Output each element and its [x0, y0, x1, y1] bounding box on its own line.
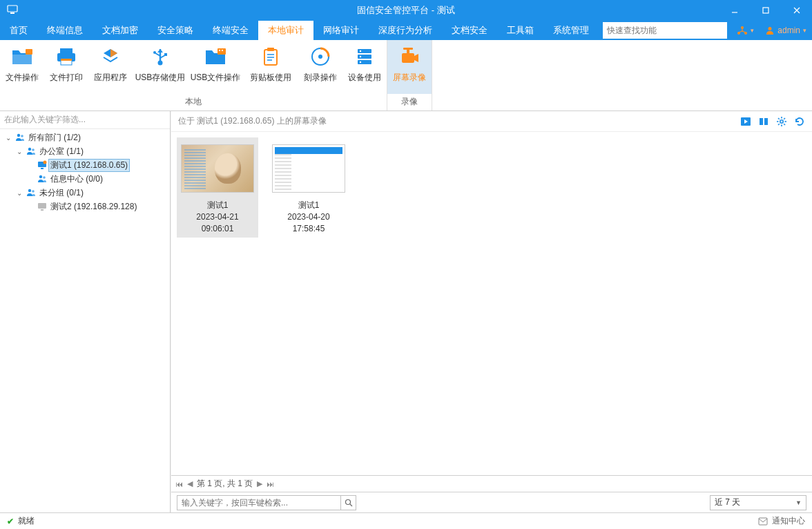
ribbon-item-label: USB文件操作 [191, 72, 241, 84]
search-icon[interactable] [340, 496, 356, 510]
pager-last[interactable]: ⏭ [267, 480, 274, 488]
window-title: 固信安全管控平台 - 测试 [357, 4, 455, 17]
menu-item-0[interactable]: 首页 [0, 21, 37, 40]
svg-rect-1 [10, 12, 14, 14]
svg-rect-22 [222, 50, 223, 51]
ribbon-usb[interactable]: USB存储使用 [133, 40, 188, 94]
recording-thumbnail-0[interactable]: 测试12023-04-2109:06:01 [177, 137, 258, 238]
tree-node-3[interactable]: 信息中心 (0/0) [0, 172, 170, 186]
svg-point-16 [158, 61, 163, 66]
notification-label: 通知中心 [772, 515, 805, 527]
window-controls [719, 0, 812, 21]
tree-node-1[interactable]: ⌄办公室 (1/1) [0, 144, 170, 158]
svg-rect-50 [38, 203, 46, 209]
minimize-button[interactable] [719, 0, 750, 21]
list-icon[interactable] [758, 116, 769, 127]
tree-node-label: 信息中心 (0/0) [48, 173, 105, 186]
pager-prev[interactable]: ◀ [187, 479, 193, 488]
svg-point-35 [360, 61, 361, 63]
menu-item-5[interactable]: 本地审计 [258, 21, 313, 40]
status-bar: ✔ 就绪 通知中心 [0, 512, 812, 529]
tree-node-5[interactable]: 测试2 (192.168.29.128) [0, 200, 170, 213]
ribbon-item-label: 剪贴板使用 [250, 72, 291, 84]
svg-line-63 [778, 124, 780, 125]
people-icon [14, 133, 26, 142]
settings-icon[interactable] [776, 116, 787, 127]
expander-icon[interactable]: ⌄ [3, 134, 14, 142]
expander-icon[interactable]: ⌄ [14, 148, 25, 155]
svg-point-33 [360, 50, 361, 52]
expander-icon[interactable]: ⌄ [14, 189, 25, 197]
svg-point-49 [32, 190, 35, 193]
svg-point-29 [318, 55, 322, 59]
menu-item-6[interactable]: 网络审计 [313, 21, 369, 40]
ribbon-apps[interactable]: 应用程序 [88, 40, 133, 94]
svg-rect-19 [164, 53, 167, 56]
function-search[interactable] [603, 22, 727, 39]
tree-node-label: 办公室 (1/1) [37, 145, 86, 158]
tree-filter[interactable]: 在此输入关键字筛选... [0, 111, 170, 129]
thumbnail-grid: 测试12023-04-2109:06:01测试12023-04-2017:58:… [171, 132, 812, 475]
server-icon [353, 44, 376, 69]
menu-item-8[interactable]: 文档安全 [442, 21, 497, 40]
disc-icon [309, 44, 332, 69]
menu-item-1[interactable]: 终端信息 [37, 21, 93, 40]
menu-item-10[interactable]: 系统管理 [543, 21, 599, 40]
svg-point-6 [741, 26, 744, 29]
pager-next[interactable]: ▶ [257, 479, 262, 488]
svg-point-47 [43, 176, 46, 179]
people-icon [36, 174, 48, 184]
svg-point-45 [44, 161, 47, 164]
menu-item-2[interactable]: 文档加密 [93, 21, 148, 40]
tree-node-0[interactable]: ⌄所有部门 (1/2) [0, 131, 170, 144]
network-icon[interactable]: ▾ [731, 21, 760, 40]
pager-label: 第 1 页, 共 1 页 [197, 478, 253, 490]
svg-rect-44 [41, 168, 44, 169]
user-menu[interactable]: admin ▾ [760, 21, 812, 40]
ribbon-clipboard[interactable]: 剪贴板使用 [243, 40, 298, 94]
menu-item-4[interactable]: 终端安全 [203, 21, 258, 40]
sidebar: 在此输入关键字筛选... ⌄所有部门 (1/2)⌄办公室 (1/1)测试1 (1… [0, 111, 171, 512]
usb-folder-icon [204, 44, 227, 69]
tree-node-2[interactable]: 测试1 (192.168.0.65) [0, 158, 170, 172]
ribbon-item-label: 文件打印 [50, 72, 83, 84]
ribbon-camera[interactable]: 屏幕录像 [387, 40, 432, 94]
function-search-input[interactable] [607, 26, 723, 35]
filter-bar: 近 7 天 ▼ [171, 492, 812, 512]
close-button[interactable] [781, 0, 812, 21]
ribbon-item-label: 文件操作 [6, 72, 39, 84]
ribbon-item-label: USB存储使用 [135, 72, 186, 84]
ribbon-folder[interactable]: 文件操作 [0, 40, 44, 94]
ribbon-item-label: 应用程序 [94, 72, 127, 84]
tree-node-4[interactable]: ⌄未分组 (0/1) [0, 186, 170, 200]
svg-rect-12 [60, 48, 72, 53]
ribbon-server[interactable]: 设备使用 [342, 40, 387, 94]
svg-rect-21 [219, 50, 220, 51]
svg-rect-0 [8, 6, 17, 12]
svg-rect-36 [402, 53, 414, 63]
ribbon-printer[interactable]: 文件打印 [44, 40, 88, 94]
svg-point-34 [360, 56, 361, 57]
keyword-input[interactable] [177, 498, 340, 508]
thumbnail-image [181, 144, 254, 193]
play-icon[interactable] [740, 116, 751, 127]
svg-rect-38 [403, 48, 413, 50]
ribbon-usb-folder[interactable]: USB文件操作 [188, 40, 243, 94]
menu-item-3[interactable]: 安全策略 [148, 21, 203, 40]
people-icon [25, 188, 37, 198]
svg-rect-10 [12, 55, 32, 64]
svg-line-62 [784, 118, 785, 119]
refresh-icon[interactable] [794, 116, 805, 127]
maximize-button[interactable] [750, 0, 781, 21]
svg-point-9 [768, 27, 772, 30]
menu-item-9[interactable]: 工具箱 [497, 21, 543, 40]
notification-center[interactable]: 通知中心 [758, 515, 805, 527]
pager-first[interactable]: ⏮ [175, 480, 183, 488]
menu-item-7[interactable]: 深度行为分析 [369, 21, 442, 40]
svg-point-40 [21, 135, 23, 137]
keyword-search[interactable] [177, 495, 356, 510]
date-range-select[interactable]: 近 7 天 ▼ [710, 495, 806, 510]
ribbon-disc[interactable]: 刻录操作 [298, 40, 342, 94]
recording-thumbnail-1[interactable]: 测试12023-04-2017:58:45 [268, 137, 349, 238]
people-icon [25, 146, 37, 156]
